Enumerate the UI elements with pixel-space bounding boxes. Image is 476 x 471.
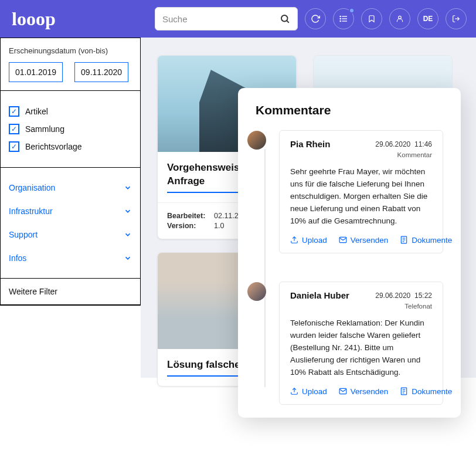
- panel-title: Kommentare: [256, 103, 443, 117]
- avatar: [247, 131, 266, 150]
- date-filter-label: Erscheinungsdatum (von-bis): [9, 46, 132, 55]
- category-filter-section: Organisation Infrastruktur Support Infos: [1, 168, 140, 279]
- comment-actions: Upload Versenden Dokumente: [290, 236, 432, 245]
- logout-button[interactable]: [446, 8, 467, 29]
- upload-icon: [290, 387, 298, 395]
- chevron-down-icon: [124, 207, 132, 215]
- document-icon: [400, 387, 408, 395]
- comment-author: Pia Rhein: [290, 139, 330, 149]
- header: looop DE: [0, 0, 476, 38]
- type-filter-section: ✓ Artikel ✓ Sammlung ✓ Berichtsvorlage: [1, 91, 140, 168]
- comment-body: Sehr geehrte Frau Mayer, wir möchten uns…: [290, 166, 432, 228]
- checkbox-icon: ✓: [9, 106, 19, 117]
- comment-body: Telefonische Reklamation: Der Kundin wur…: [290, 317, 432, 379]
- comment-author: Daniela Huber: [290, 290, 349, 300]
- checkbox-icon: ✓: [9, 141, 19, 152]
- svg-point-8: [399, 16, 402, 19]
- bookmark-button[interactable]: [361, 8, 382, 29]
- search-input[interactable]: [162, 14, 280, 24]
- checkbox-artikel[interactable]: ✓ Artikel: [9, 106, 132, 117]
- checkbox-berichtsvorlage[interactable]: ✓ Berichtsvorlage: [9, 141, 132, 152]
- comment-meta: 29.06.2020 15:22 Telefonat: [375, 290, 432, 311]
- notification-dot: [349, 8, 355, 13]
- svg-point-0: [281, 15, 288, 22]
- send-action[interactable]: Versenden: [339, 236, 389, 245]
- list-button[interactable]: [333, 8, 354, 29]
- comment-item: Pia Rhein 29.06.2020 11:46 Kommentar Seh…: [279, 130, 443, 253]
- checkbox-icon: ✓: [9, 124, 19, 134]
- checkbox-sammlung[interactable]: ✓ Sammlung: [9, 124, 132, 134]
- search-icon: [280, 13, 290, 24]
- docs-action[interactable]: Dokumente: [400, 387, 452, 396]
- svg-point-7: [340, 21, 341, 21]
- mail-icon: [339, 387, 347, 395]
- timeline: Pia Rhein 29.06.2020 11:46 Kommentar Seh…: [256, 130, 443, 405]
- more-filters[interactable]: Weitere Filter: [1, 279, 140, 305]
- send-action[interactable]: Versenden: [339, 387, 389, 396]
- date-from-input[interactable]: 01.01.2019: [9, 62, 63, 82]
- filter-infos[interactable]: Infos: [9, 246, 132, 270]
- svg-line-1: [287, 21, 288, 22]
- filter-organisation[interactable]: Organisation: [9, 176, 132, 199]
- sidebar: Erscheinungsdatum (von-bis) 01.01.2019 0…: [0, 38, 141, 306]
- chevron-down-icon: [124, 254, 132, 262]
- chevron-down-icon: [124, 184, 132, 192]
- svg-point-6: [340, 18, 341, 19]
- avatar: [247, 282, 266, 301]
- language-button[interactable]: DE: [417, 8, 438, 29]
- docs-action[interactable]: Dokumente: [400, 236, 452, 245]
- svg-point-5: [340, 16, 341, 16]
- refresh-button[interactable]: [305, 8, 326, 29]
- upload-action[interactable]: Upload: [290, 387, 327, 396]
- upload-icon: [290, 236, 298, 244]
- filter-support[interactable]: Support: [9, 223, 132, 246]
- date-filter-section: Erscheinungsdatum (von-bis) 01.01.2019 0…: [1, 38, 140, 91]
- comment-item: Daniela Huber 29.06.2020 15:22 Telefonat…: [279, 282, 443, 405]
- user-button[interactable]: [389, 8, 410, 29]
- date-to-input[interactable]: 09.11.2020: [74, 62, 128, 82]
- search-box[interactable]: [155, 7, 298, 31]
- comment-meta: 29.06.2020 11:46 Kommentar: [375, 139, 432, 160]
- logo: looop: [9, 8, 56, 30]
- filter-infrastruktur[interactable]: Infrastruktur: [9, 199, 132, 223]
- document-icon: [400, 236, 408, 244]
- upload-action[interactable]: Upload: [290, 236, 327, 245]
- mail-icon: [339, 236, 347, 244]
- comment-actions: Upload Versenden Dokumente: [290, 387, 432, 396]
- chevron-down-icon: [124, 231, 132, 239]
- comments-panel: Kommentare Pia Rhein 29.06.2020 11:46 Ko…: [238, 88, 461, 418]
